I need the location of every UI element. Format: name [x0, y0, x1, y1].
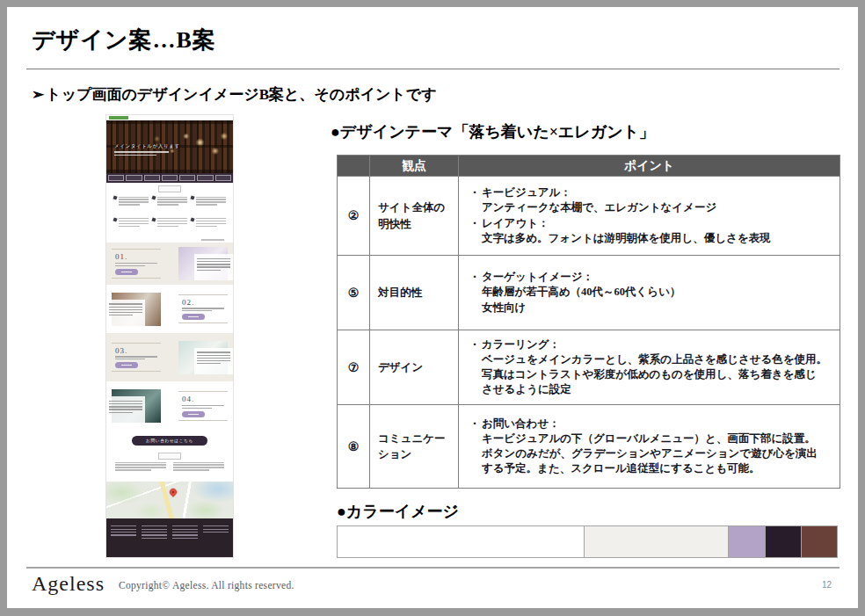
- mockup-section-03: 03.: [106, 333, 233, 381]
- mockup-contact-button: お問い合わせはこちら: [132, 436, 207, 446]
- pen-icon: [151, 195, 156, 199]
- header-number-cell: [338, 156, 370, 177]
- map-pin-icon: [168, 487, 178, 496]
- table-header-row: 観点 ポイント: [338, 156, 840, 177]
- pen-icon: [113, 195, 117, 199]
- header-viewpoint-cell: 観点: [370, 156, 459, 177]
- mockup-photo: [112, 293, 161, 326]
- mockup-section-01: 01.: [106, 243, 233, 285]
- row-number: ⑦: [338, 330, 370, 405]
- mockup-photo: [178, 341, 228, 374]
- table-row: ⑤ 対目的性 ・ターゲットイメージ： 年齢層が若干高め（40代～60代くらい） …: [338, 256, 840, 330]
- mockup-feature-item: [191, 195, 226, 214]
- mockup-text-panel: [194, 348, 233, 374]
- mockup-button: [115, 269, 138, 275]
- pen-icon: [190, 217, 194, 221]
- row-number: ⑤: [338, 256, 370, 330]
- row-viewpoint: コミュニケーション: [370, 405, 459, 489]
- mockup-text-panel: [106, 300, 145, 326]
- points-table: 観点 ポイント ② サイト全体の明快性 ・キービジュアル： アンティークな本棚で…: [337, 155, 840, 489]
- mockup-section-number: 03.: [115, 346, 157, 355]
- mockup-button: [182, 411, 205, 417]
- color-swatch: [585, 526, 729, 557]
- mockup-number-block: 01.: [112, 249, 161, 279]
- color-palette-bar: [337, 525, 838, 558]
- design-mockup-thumbnail: メインタイトルが入ります 01.: [105, 114, 234, 558]
- row-viewpoint: サイト全体の明快性: [370, 177, 459, 256]
- table-row: ② サイト全体の明快性 ・キービジュアル： アンティークな本棚で、エレガントなイ…: [338, 177, 840, 256]
- mockup-number-block: 03.: [112, 343, 161, 373]
- design-theme-heading: ●デザインテーマ「落ち着いた×エレガント」: [331, 121, 655, 142]
- slide: デザイン案…B案 ➢トップ画面のデザインイメージB案と、そのポイントです メイン…: [7, 7, 858, 608]
- mockup-global-menu: [106, 173, 233, 183]
- mockup-access-section: [106, 450, 233, 482]
- mockup-feature-item: [113, 195, 149, 214]
- color-swatch: [766, 526, 802, 557]
- mockup-feature-item: [152, 217, 187, 236]
- row-points: ・ターゲットイメージ： 年齢層が若干高め（40代～60代くらい） 女性向け: [459, 256, 840, 330]
- mockup-photo: [112, 389, 161, 423]
- row-viewpoint: 対目的性: [370, 256, 459, 330]
- arrow-bullet-icon: ➢: [32, 86, 44, 103]
- mockup-button: [182, 314, 205, 320]
- mockup-button: [115, 362, 138, 368]
- mockup-news-section: [106, 183, 233, 243]
- mockup-hero-title: メインタイトルが入ります: [114, 143, 180, 149]
- pen-icon: [190, 195, 194, 199]
- table-row: ⑦ デザイン ・カラーリング： ベージュをメインカラーとし、紫系の上品さを感じさ…: [338, 330, 840, 405]
- row-points: ・キービジュアル： アンティークな本棚で、エレガントなイメージ ・レイアウト： …: [459, 177, 840, 256]
- table-row: ⑧ コミュニケーション ・お問い合わせ： キービジュアルの下（グローバルメニュー…: [338, 405, 840, 489]
- color-swatch: [729, 526, 766, 557]
- color-image-heading: ●カラーイメージ: [337, 501, 459, 522]
- page-title: デザイン案…B案: [32, 25, 216, 55]
- mockup-number-block: 02.: [178, 294, 228, 324]
- subtitle: ➢トップ画面のデザインイメージB案と、そのポイントです: [32, 84, 437, 105]
- mockup-photo: [178, 247, 228, 280]
- header-point-cell: ポイント: [459, 156, 840, 177]
- copyright-text: Copyright© Ageless. All rights reserved.: [119, 580, 294, 591]
- mockup-section-label: [158, 453, 181, 460]
- subtitle-text: トップ画面のデザインイメージB案と、そのポイントです: [46, 86, 436, 103]
- row-number: ②: [338, 177, 370, 256]
- mockup-section-label: [158, 185, 181, 192]
- mockup-section-04: 04.: [106, 381, 233, 431]
- mockup-cta-area: お問い合わせはこちら: [106, 431, 233, 450]
- mockup-feature-item: [191, 217, 226, 236]
- brand-logo: Ageless: [32, 572, 105, 596]
- footer-divider: [26, 567, 840, 569]
- mockup-hero-subtext: [114, 151, 180, 156]
- mockup-footer: [106, 518, 233, 557]
- mockup-text-panel: [106, 396, 145, 423]
- mockup-number-block: 04.: [178, 391, 228, 421]
- mockup-feature-item: [113, 217, 149, 236]
- row-points: ・お問い合わせ： キービジュアルの下（グローバルメニュー）と、画面下部に設置。 …: [459, 405, 840, 489]
- mockup-feature-grid: [106, 193, 233, 237]
- pen-icon: [113, 217, 117, 221]
- row-number: ⑧: [338, 405, 370, 489]
- color-swatch: [802, 526, 837, 557]
- mockup-feature-item: [152, 195, 187, 214]
- mockup-section-number: 01.: [115, 252, 157, 261]
- mockup-logo: [109, 116, 128, 120]
- mockup-hero-image: メインタイトルが入ります: [106, 120, 233, 173]
- color-swatch: [338, 526, 585, 557]
- title-divider: [26, 69, 840, 69]
- mockup-more-link: [201, 239, 224, 241]
- screenshot-root: { "slide": { "title": "デザイン案…B案", "subti…: [0, 0, 865, 616]
- page-number: 12: [822, 580, 832, 590]
- mockup-hero-text: メインタイトルが入ります: [114, 143, 180, 156]
- pen-icon: [151, 217, 156, 221]
- mockup-text-panel: [194, 254, 233, 280]
- mockup-section-number: 04.: [182, 395, 224, 403]
- row-points: ・カラーリング： ベージュをメインカラーとし、紫系の上品さを感じさせる色を使用。…: [459, 330, 840, 405]
- row-viewpoint: デザイン: [370, 330, 459, 405]
- mockup-section-02: 02.: [106, 285, 233, 333]
- mockup-map: [106, 482, 233, 518]
- mockup-section-number: 02.: [182, 298, 224, 307]
